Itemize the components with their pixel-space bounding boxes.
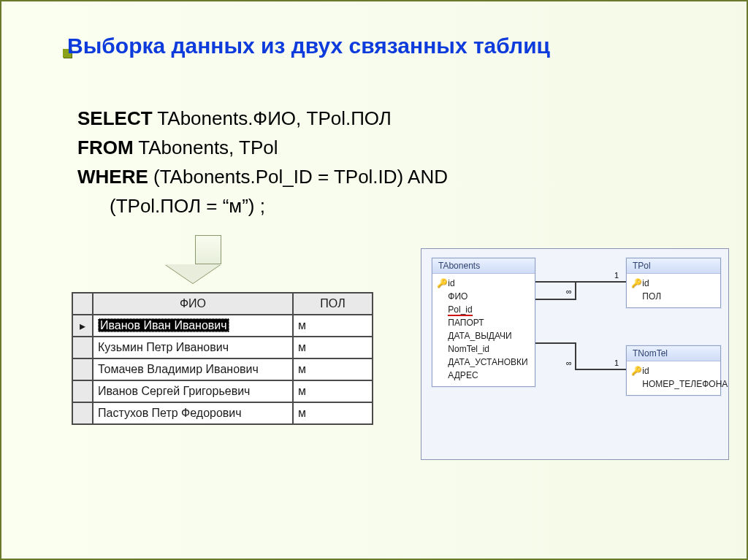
sql-query: SELECT TAbonents.ФИО, TPol.ПОЛ FROM TAbo… bbox=[77, 104, 448, 220]
relationship-diagram: TAbonents 🔑 id ФИО Pol_id ПАПОРТ ДАТА_ВЫ… bbox=[421, 248, 729, 460]
from-tables: TAbonents, TPol bbox=[134, 137, 278, 158]
cell-fio: Томачев Владимир Иванович bbox=[93, 358, 293, 380]
relationship-line bbox=[535, 299, 576, 300]
field: ДАТА_ВЫДАЧИ bbox=[448, 331, 511, 341]
table-title: TPol bbox=[627, 258, 720, 274]
row-cursor bbox=[72, 402, 93, 424]
cell-pol: м bbox=[293, 380, 373, 402]
cell-fio: Кузьмин Петр Иванович bbox=[93, 337, 293, 358]
slide: Выборка данных из двух связанных таблиц … bbox=[0, 0, 748, 560]
row-cursor: ▸ bbox=[72, 315, 93, 337]
field: ПОЛ bbox=[642, 291, 661, 302]
key-icon: 🔑 bbox=[631, 364, 640, 377]
corner-cell bbox=[72, 293, 93, 315]
table-title: TAbonents bbox=[432, 258, 535, 274]
result-grid: ФИО ПОЛ ▸ Иванов Иван Иванович м Кузьмин… bbox=[72, 292, 373, 425]
table-row: Иванов Сергей Григорьевич м bbox=[72, 380, 373, 402]
field: NomTel_id bbox=[448, 344, 489, 354]
table-row: Кузьмин Петр Иванович м bbox=[72, 337, 373, 358]
key-icon: 🔑 bbox=[437, 277, 446, 290]
cardinality-many: ∞ bbox=[566, 287, 572, 296]
field: ПАПОРТ bbox=[448, 318, 484, 328]
slide-title: Выборка данных из двух связанных таблиц bbox=[67, 34, 550, 58]
where-cond1: (TAbonents.Pol_ID = TPol.ID) AND bbox=[148, 166, 448, 188]
row-cursor bbox=[72, 380, 93, 402]
relationship-line bbox=[575, 281, 576, 299]
header-row: ФИО ПОЛ bbox=[72, 293, 373, 315]
where-cond2: (TPol.ПОЛ = “м”) ; bbox=[110, 195, 265, 217]
field: АДРЕС bbox=[448, 370, 478, 380]
cell-pol: м bbox=[293, 337, 373, 358]
cell-fio: Иванов Иван Иванович bbox=[93, 315, 293, 337]
col-header-pol: ПОЛ bbox=[293, 293, 373, 315]
cell-pol: м bbox=[293, 315, 373, 337]
cell-pol: м bbox=[293, 358, 373, 380]
kw-where: WHERE bbox=[77, 166, 148, 188]
relationship-line bbox=[575, 342, 576, 370]
table-box-abonents: TAbonents 🔑 id ФИО Pol_id ПАПОРТ ДАТА_ВЫ… bbox=[432, 258, 535, 387]
field: id bbox=[642, 278, 649, 288]
relationship-line bbox=[535, 342, 576, 344]
cardinality-many: ∞ bbox=[566, 358, 572, 367]
table-title: TNomTel bbox=[627, 346, 720, 361]
field: id bbox=[448, 278, 454, 288]
table-row: Пастухов Петр Федорович м bbox=[72, 402, 373, 424]
arrow-down-icon bbox=[180, 235, 236, 283]
cardinality-one: 1 bbox=[614, 358, 619, 367]
cell-fio: Пастухов Петр Федорович bbox=[93, 402, 293, 424]
key-icon: 🔑 bbox=[631, 277, 640, 290]
cell-pol: м bbox=[293, 402, 373, 424]
table-row: ▸ Иванов Иван Иванович м bbox=[72, 315, 373, 337]
field-fk: Pol_id bbox=[448, 304, 472, 316]
select-fields: TAbonents.ФИО, TPol.ПОЛ bbox=[153, 107, 392, 129]
kw-from: FROM bbox=[77, 137, 134, 158]
col-header-fio: ФИО bbox=[93, 293, 293, 315]
field: ДАТА_УСТАНОВКИ bbox=[448, 357, 527, 367]
row-cursor bbox=[72, 358, 93, 380]
kw-select: SELECT bbox=[77, 107, 153, 129]
cardinality-one: 1 bbox=[614, 271, 619, 280]
row-cursor bbox=[72, 337, 93, 358]
table-box-tnomtel: TNomTel 🔑 id НОМЕР_ТЕЛЕФОНА bbox=[626, 345, 721, 396]
field: id bbox=[642, 366, 649, 376]
table-row: Томачев Владимир Иванович м bbox=[72, 358, 373, 380]
relationship-line bbox=[575, 369, 626, 370]
field: ФИО bbox=[448, 291, 468, 302]
cell-fio: Иванов Сергей Григорьевич bbox=[93, 380, 293, 402]
field: НОМЕР_ТЕЛЕФОНА bbox=[642, 379, 728, 389]
relationship-line bbox=[535, 281, 626, 283]
table-box-tpol: TPol 🔑 id ПОЛ bbox=[626, 258, 721, 308]
